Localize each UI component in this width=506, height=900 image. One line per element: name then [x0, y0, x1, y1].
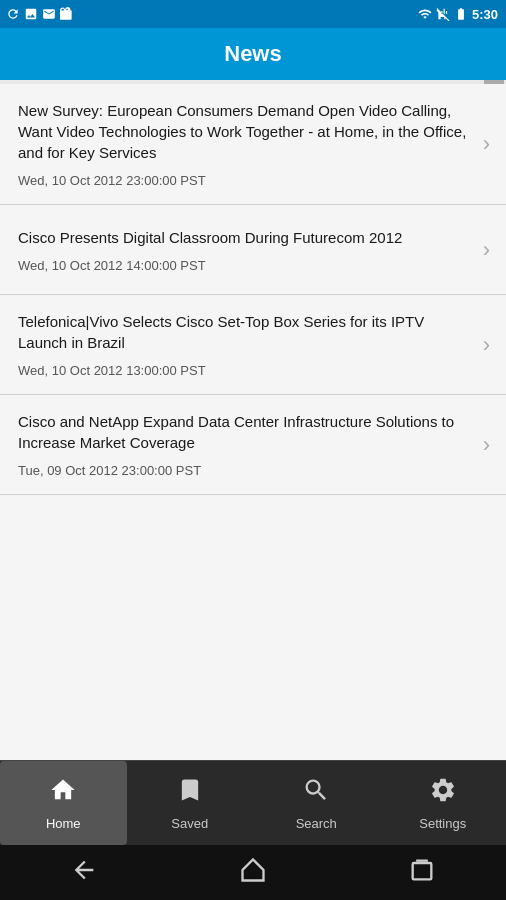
- nav-item-saved[interactable]: Saved: [127, 761, 254, 845]
- package-icon: [60, 7, 74, 21]
- nav-label-search: Search: [296, 816, 337, 831]
- status-bar: 5:30: [0, 0, 506, 28]
- news-item-4[interactable]: Cisco and NetApp Expand Data Center Infr…: [0, 395, 506, 495]
- home-button[interactable]: [219, 848, 287, 898]
- chevron-right-icon-1: ›: [483, 131, 490, 157]
- nav-label-home: Home: [46, 816, 81, 831]
- email-icon: [42, 7, 56, 21]
- status-icons-left: [6, 7, 74, 21]
- news-content-4: Cisco and NetApp Expand Data Center Infr…: [18, 411, 483, 478]
- news-title-4: Cisco and NetApp Expand Data Center Infr…: [18, 411, 473, 453]
- news-list: New Survey: European Consumers Demand Op…: [0, 84, 506, 760]
- recents-button[interactable]: [388, 848, 456, 898]
- wifi-icon: [418, 7, 432, 21]
- nav-label-settings: Settings: [419, 816, 466, 831]
- settings-nav-icon: [429, 776, 457, 811]
- news-content-1: New Survey: European Consumers Demand Op…: [18, 100, 483, 188]
- news-date-2: Wed, 10 Oct 2012 14:00:00 PST: [18, 258, 473, 273]
- nav-item-search[interactable]: Search: [253, 761, 380, 845]
- news-content-2: Cisco Presents Digital Classroom During …: [18, 227, 483, 273]
- news-date-3: Wed, 10 Oct 2012 13:00:00 PST: [18, 363, 473, 378]
- news-title-1: New Survey: European Consumers Demand Op…: [18, 100, 473, 163]
- news-item-2[interactable]: Cisco Presents Digital Classroom During …: [0, 205, 506, 295]
- svg-rect-1: [412, 863, 431, 879]
- system-bar: [0, 845, 506, 900]
- clock: 5:30: [472, 7, 498, 22]
- chevron-right-icon-3: ›: [483, 332, 490, 358]
- bookmark-nav-icon: [176, 776, 204, 811]
- page-title: News: [224, 41, 281, 67]
- nav-label-saved: Saved: [171, 816, 208, 831]
- news-date-4: Tue, 09 Oct 2012 23:00:00 PST: [18, 463, 473, 478]
- bottom-nav: Home Saved Search Settings: [0, 760, 506, 845]
- news-title-3: Telefonica|Vivo Selects Cisco Set-Top Bo…: [18, 311, 473, 353]
- chevron-right-icon-4: ›: [483, 432, 490, 458]
- nav-item-settings[interactable]: Settings: [380, 761, 507, 845]
- news-content-3: Telefonica|Vivo Selects Cisco Set-Top Bo…: [18, 311, 483, 378]
- back-button[interactable]: [50, 848, 118, 898]
- refresh-icon: [6, 7, 20, 21]
- news-date-1: Wed, 10 Oct 2012 23:00:00 PST: [18, 173, 473, 188]
- news-item-1[interactable]: New Survey: European Consumers Demand Op…: [0, 84, 506, 205]
- battery-icon: [454, 7, 468, 21]
- status-icons-right: 5:30: [418, 7, 498, 22]
- signal-icon: [436, 7, 450, 21]
- app-header: News: [0, 28, 506, 80]
- news-item-3[interactable]: Telefonica|Vivo Selects Cisco Set-Top Bo…: [0, 295, 506, 395]
- nav-item-home[interactable]: Home: [0, 761, 127, 845]
- svg-marker-0: [242, 859, 263, 880]
- chevron-right-icon-2: ›: [483, 237, 490, 263]
- image-icon: [24, 7, 38, 21]
- search-nav-icon: [302, 776, 330, 811]
- home-nav-icon: [49, 776, 77, 811]
- news-title-2: Cisco Presents Digital Classroom During …: [18, 227, 473, 248]
